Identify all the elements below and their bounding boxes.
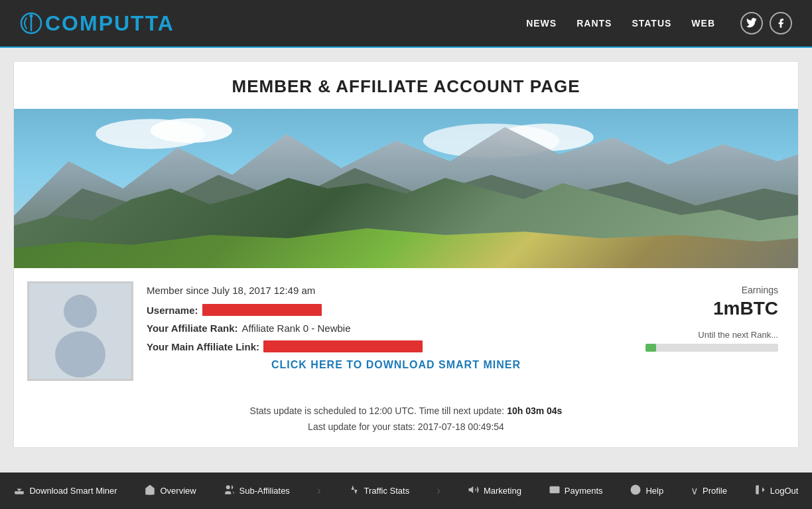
- nav-news[interactable]: NEWS: [526, 18, 557, 29]
- page-title: MEMBER & AFFILIATE ACCOUNT PAGE: [14, 62, 798, 109]
- svg-marker-14: [479, 231, 517, 244]
- bottom-nav-profile-label: Profile: [703, 486, 727, 496]
- rank-progress-label: Until the next Rank...: [645, 330, 778, 340]
- page-wrapper: MEMBER & AFFILIATE ACCOUNT PAGE: [0, 48, 812, 448]
- affiliate-link-label: Your Main Affiliate Link:: [147, 341, 259, 352]
- bottom-nav-help-label: Help: [645, 486, 663, 496]
- home-icon: [144, 484, 156, 498]
- member-since: Member since July 18, 2017 12:49 am: [147, 285, 645, 296]
- social-icons: [740, 12, 792, 35]
- svg-marker-16: [521, 232, 555, 243]
- bottom-nav-overview[interactable]: Overview: [144, 484, 196, 498]
- last-update-line: Last update for your stats: 2017-07-18 0…: [21, 419, 791, 435]
- affiliate-rank-label: Your Affiliate Rank:: [147, 323, 238, 334]
- affiliate-rank-row: Your Affiliate Rank: Affiliate Rank 0 - …: [147, 323, 645, 334]
- main-nav: NEWS RANTS STATUS WEB: [526, 18, 715, 29]
- svg-point-1: [30, 15, 33, 18]
- marketing-icon: [468, 484, 480, 498]
- bottom-nav-overview-label: Overview: [160, 486, 196, 496]
- svg-point-20: [226, 485, 230, 489]
- bottom-nav-traffic-label: Traffic Stats: [364, 486, 410, 496]
- bottom-nav-marketing[interactable]: Marketing: [468, 484, 521, 498]
- svg-rect-11: [437, 240, 470, 263]
- affiliate-link-row: Your Main Affiliate Link:: [147, 340, 645, 352]
- svg-marker-21: [468, 486, 473, 493]
- profile-section: Member since July 18, 2017 12:49 am User…: [14, 268, 798, 394]
- svg-rect-22: [549, 486, 559, 493]
- bottom-nav-logout-label: LogOut: [770, 486, 799, 496]
- avatar-silhouette: [29, 283, 131, 379]
- svg-point-4: [151, 118, 232, 143]
- bottom-nav-profile[interactable]: ∨ Profile: [691, 484, 727, 497]
- bottom-nav-download-label: Download Smart Miner: [29, 486, 117, 496]
- bottom-nav-download[interactable]: Download Smart Miner: [13, 484, 117, 498]
- bottom-nav-sub-affiliates-label: Sub-Affiliates: [239, 486, 290, 496]
- svg-point-18: [55, 331, 105, 378]
- twitter-icon[interactable]: [740, 12, 763, 35]
- stats-countdown: 10h 03m 04s: [507, 405, 562, 416]
- stats-section: Stats update is scheduled to 12:00 UTC. …: [14, 394, 798, 447]
- bottom-nav-sub-affiliates[interactable]: Sub-Affiliates: [224, 484, 290, 498]
- rank-progress-fill: [645, 344, 656, 352]
- bottom-nav-marketing-label: Marketing: [484, 486, 521, 496]
- affiliates-icon: [224, 484, 236, 498]
- stats-update-text: Stats update is scheduled to 12:00 UTC. …: [250, 405, 505, 416]
- logo[interactable]: COMPUTTA: [20, 11, 174, 36]
- download-smart-miner-link[interactable]: CLICK HERE TO DOWNLOAD SMART MINER: [147, 359, 645, 371]
- help-icon: [630, 484, 642, 498]
- separator-2: ›: [437, 484, 440, 498]
- affiliate-link-redacted: [263, 340, 423, 352]
- facebook-icon[interactable]: [770, 12, 792, 35]
- site-header: COMPUTTA NEWS RANTS STATUS WEB: [0, 0, 812, 48]
- profile-chevron-icon: ∨: [691, 484, 699, 497]
- svg-rect-13: [484, 243, 511, 263]
- logo-icon: [20, 12, 42, 35]
- bottom-nav-logout[interactable]: LogOut: [754, 484, 799, 498]
- username-redacted: [202, 304, 322, 316]
- svg-marker-9: [14, 216, 798, 268]
- username-label: Username:: [147, 305, 198, 316]
- separator-1: ›: [317, 484, 321, 498]
- logo-text: COMPUTTA: [45, 11, 174, 36]
- download-icon: [13, 484, 25, 498]
- svg-rect-15: [525, 243, 549, 263]
- nav-rants[interactable]: RANTS: [576, 18, 612, 29]
- bottom-nav: Download Smart Miner Overview Sub-Affili…: [0, 473, 812, 509]
- bottom-nav-payments[interactable]: Payments: [549, 484, 603, 498]
- avatar: [27, 281, 133, 381]
- nav-web[interactable]: WEB: [691, 18, 715, 29]
- svg-point-17: [64, 295, 97, 328]
- nav-status[interactable]: STATUS: [632, 18, 671, 29]
- username-row: Username:: [147, 304, 645, 316]
- affiliate-rank-value: Affiliate Rank 0 - Newbie: [242, 323, 351, 334]
- earnings-value: 1mBTC: [645, 298, 778, 319]
- payments-icon: [549, 484, 561, 498]
- rank-progress-bar: [645, 344, 778, 352]
- bottom-nav-help[interactable]: Help: [630, 484, 663, 498]
- earnings-section: Earnings 1mBTC Until the next Rank...: [645, 281, 778, 352]
- earnings-label: Earnings: [645, 285, 778, 295]
- banner-image: [14, 109, 798, 268]
- logout-icon: [754, 484, 766, 498]
- profile-info: Member since July 18, 2017 12:49 am User…: [147, 281, 645, 371]
- svg-marker-12: [430, 226, 478, 240]
- svg-marker-10: [14, 246, 798, 268]
- content-card: MEMBER & AFFILIATE ACCOUNT PAGE: [13, 61, 799, 448]
- stats-update-line: Stats update is scheduled to 12:00 UTC. …: [21, 403, 791, 419]
- bottom-nav-traffic[interactable]: Traffic Stats: [348, 484, 410, 498]
- bottom-nav-payments-label: Payments: [565, 486, 603, 496]
- traffic-icon: [348, 484, 360, 498]
